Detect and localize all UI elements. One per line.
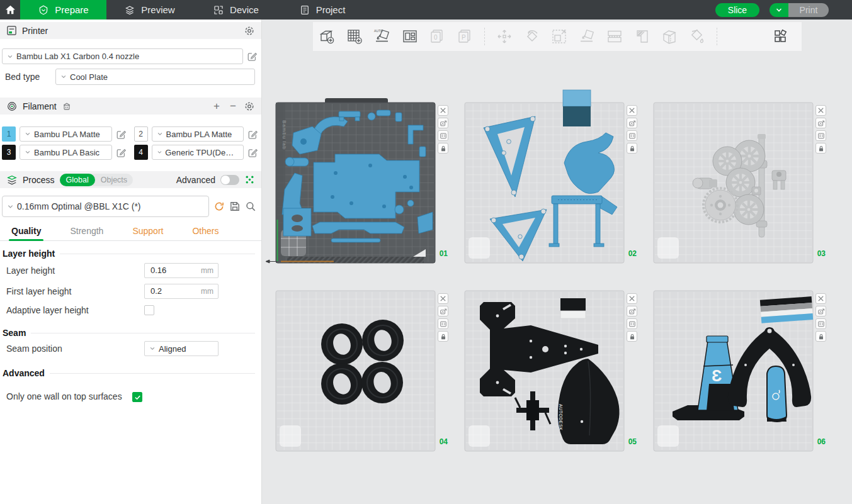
plate-settings-button[interactable] bbox=[627, 130, 637, 141]
auto-orient-button[interactable]: AUTO bbox=[372, 26, 392, 47]
ams-icon[interactable] bbox=[62, 101, 72, 111]
split-to-objects-button bbox=[604, 26, 625, 47]
filament-1-swatch[interactable]: 1 bbox=[2, 126, 16, 142]
filament-3-swatch[interactable]: 3 bbox=[2, 145, 16, 160]
tab-preview[interactable]: Preview bbox=[106, 0, 193, 20]
edit-plate-name-button[interactable] bbox=[438, 118, 448, 128]
plate-06[interactable]: Ɛ 06 bbox=[654, 291, 813, 451]
home-button[interactable] bbox=[0, 0, 20, 20]
delete-plate-button[interactable] bbox=[627, 293, 637, 304]
plate-06-canvas[interactable]: Ɛ bbox=[654, 291, 813, 451]
reset-preset-icon[interactable] bbox=[213, 201, 225, 212]
plate-05-actions bbox=[627, 293, 637, 342]
advanced-toggle[interactable] bbox=[220, 175, 239, 185]
lock-plate-button[interactable] bbox=[627, 331, 637, 342]
edit-plate-name-button[interactable] bbox=[815, 306, 826, 316]
edit-plate-name-button[interactable] bbox=[627, 118, 637, 128]
plate-05[interactable]: AUTODESK 05 bbox=[465, 291, 624, 451]
slice-button[interactable]: Slice bbox=[715, 3, 759, 17]
arrange-button[interactable] bbox=[399, 26, 420, 47]
print-dropdown-button[interactable] bbox=[770, 3, 788, 17]
delete-plate-button[interactable] bbox=[438, 293, 448, 304]
plate-settings-button[interactable] bbox=[627, 318, 637, 329]
preview-icon bbox=[124, 4, 135, 16]
lock-plate-button[interactable] bbox=[815, 331, 826, 342]
tab-device[interactable]: Device bbox=[193, 0, 279, 20]
plate-01[interactable]: Bambu lab bbox=[276, 103, 435, 263]
edit-plate-name-button[interactable] bbox=[627, 306, 637, 316]
filament-2-select[interactable]: Bambu PLA Matte bbox=[152, 126, 244, 142]
split-to-parts-button bbox=[632, 26, 652, 47]
tab-prepare[interactable]: Prepare bbox=[20, 0, 106, 20]
edit-plate-name-button[interactable] bbox=[438, 306, 448, 316]
adaptive-layer-height-checkbox[interactable] bbox=[144, 305, 154, 315]
printer-model-select[interactable]: Bambu Lab X1 Carbon 0.4 nozzle bbox=[2, 48, 243, 64]
lock-plate-button[interactable] bbox=[438, 143, 448, 154]
tab-strength[interactable]: Strength bbox=[64, 221, 110, 240]
edit-filament-1-icon[interactable] bbox=[116, 129, 127, 140]
lock-plate-button[interactable] bbox=[438, 331, 448, 342]
plate-03[interactable]: 03 bbox=[654, 103, 813, 263]
remove-filament-button[interactable]: − bbox=[227, 101, 239, 112]
edit-filament-4-icon[interactable] bbox=[247, 147, 258, 158]
plate-settings-button[interactable] bbox=[815, 318, 826, 329]
filament-2-swatch[interactable]: 2 bbox=[134, 126, 148, 142]
edit-plate-name-button[interactable] bbox=[815, 118, 826, 128]
add-filament-button[interactable]: + bbox=[211, 101, 222, 112]
assembly-view-button[interactable] bbox=[770, 26, 791, 47]
save-preset-icon[interactable] bbox=[229, 201, 241, 212]
edit-filament-3-icon[interactable] bbox=[116, 147, 127, 158]
plate-settings-button[interactable] bbox=[438, 130, 448, 141]
scope-global-option[interactable]: Global bbox=[60, 174, 95, 186]
plate-04[interactable]: 04 bbox=[276, 291, 435, 451]
edit-filament-2-icon[interactable] bbox=[247, 129, 258, 140]
delete-plate-button[interactable] bbox=[438, 105, 448, 116]
layer-height-input[interactable] bbox=[149, 265, 187, 276]
printer-settings-gear-icon[interactable] bbox=[244, 25, 255, 36]
filament-4-swatch[interactable]: 4 bbox=[134, 145, 148, 160]
process-preset-select[interactable]: 0.16mm Optimal @BBL X1C (*) bbox=[2, 196, 209, 217]
tab-others[interactable]: Others bbox=[186, 221, 225, 240]
filament-4-select[interactable]: Generic TPU(Demo_... bbox=[152, 145, 244, 160]
tab-quality[interactable]: Quality bbox=[5, 221, 47, 240]
plate-01-canvas[interactable]: Bambu lab bbox=[276, 103, 435, 263]
lock-plate-button[interactable] bbox=[627, 143, 637, 154]
paste-button: P bbox=[455, 26, 475, 47]
plate-settings-button[interactable] bbox=[438, 318, 448, 329]
tab-project[interactable]: Project bbox=[279, 0, 365, 20]
printer-section-header: Printer bbox=[0, 22, 261, 39]
add-plate-button[interactable] bbox=[344, 26, 365, 47]
plate-04-canvas[interactable] bbox=[276, 291, 435, 451]
delete-plate-button[interactable] bbox=[815, 293, 826, 304]
plate-02[interactable]: 02 bbox=[465, 103, 624, 263]
viewport-3d[interactable]: AUTO 0 P bbox=[263, 20, 852, 504]
part-tire bbox=[321, 323, 363, 365]
toolbar-divider bbox=[484, 28, 485, 45]
lock-plate-button[interactable] bbox=[815, 143, 826, 154]
plate-03-number: 03 bbox=[817, 249, 826, 258]
part-box-black bbox=[560, 298, 586, 311]
delete-plate-button[interactable] bbox=[815, 105, 826, 116]
plate-03-canvas[interactable] bbox=[654, 103, 813, 263]
plate-02-canvas[interactable] bbox=[465, 103, 624, 263]
edit-printer-icon[interactable] bbox=[247, 51, 258, 62]
part-tire bbox=[321, 363, 363, 405]
print-button[interactable]: Print bbox=[788, 3, 829, 17]
filament-1-select[interactable]: Bambu PLA Matte bbox=[20, 126, 112, 142]
first-layer-height-input[interactable] bbox=[149, 286, 187, 296]
seam-position-select[interactable]: Aligned bbox=[144, 341, 219, 356]
delete-plate-button[interactable] bbox=[627, 105, 637, 116]
parameter-table-icon[interactable] bbox=[244, 174, 255, 185]
only-one-wall-checkbox[interactable] bbox=[132, 392, 142, 402]
seam-position-label: Seam position bbox=[6, 344, 144, 354]
tab-support[interactable]: Support bbox=[126, 221, 169, 240]
bed-type-select[interactable]: Cool Plate bbox=[55, 69, 255, 85]
scope-objects-option[interactable]: Objects bbox=[95, 176, 133, 184]
search-settings-icon[interactable] bbox=[245, 201, 256, 212]
add-model-button[interactable] bbox=[317, 26, 338, 47]
plate-05-canvas[interactable]: AUTODESK bbox=[465, 291, 624, 451]
plate-settings-button[interactable] bbox=[815, 130, 826, 141]
filament-3-select[interactable]: Bambu PLA Basic bbox=[20, 145, 112, 160]
filament-settings-gear-icon[interactable] bbox=[244, 101, 255, 112]
process-section-title: Process bbox=[23, 175, 55, 185]
